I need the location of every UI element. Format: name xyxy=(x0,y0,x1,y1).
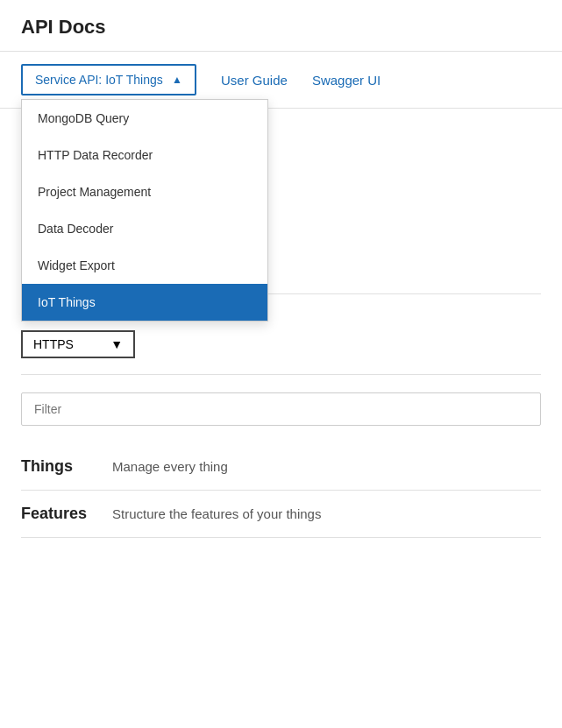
features-section-desc: Structure the features of your things xyxy=(112,506,321,521)
dropdown-item-mongodb-query[interactable]: MongoDB Query xyxy=(22,100,267,137)
page-title: API Docs xyxy=(21,16,541,39)
schemes-select-button[interactable]: HTTPS ▼ xyxy=(21,330,135,358)
user-guide-link[interactable]: User Guide xyxy=(221,73,288,88)
dropdown-item-project-management[interactable]: Project Management xyxy=(22,173,267,210)
dropdown-item-http-data-recorder[interactable]: HTTP Data Recorder xyxy=(22,137,267,173)
service-api-dropdown-button[interactable]: Service API: IoT Things ▲ xyxy=(21,64,196,95)
filter-section xyxy=(21,392,541,426)
things-section-row: Things Manage every thing xyxy=(21,443,541,491)
swagger-ui-link[interactable]: Swagger UI xyxy=(312,73,381,88)
nav-bar: Service API: IoT Things ▲ User Guide Swa… xyxy=(0,52,562,109)
dropdown-item-iot-things[interactable]: IoT Things xyxy=(22,284,267,321)
chevron-up-icon: ▲ xyxy=(172,74,182,86)
things-section-name: Things xyxy=(21,457,100,476)
features-section-row: Features Structure the features of your … xyxy=(21,491,541,538)
filter-input[interactable] xyxy=(21,392,541,426)
page-header: API Docs xyxy=(0,0,562,52)
features-section-name: Features xyxy=(21,505,100,523)
chevron-down-icon: ▼ xyxy=(110,337,123,351)
dropdown-item-data-decoder[interactable]: Data Decoder xyxy=(22,210,267,247)
dropdown-menu: MongoDB Query HTTP Data Recorder Project… xyxy=(21,99,268,322)
divider-2 xyxy=(21,374,541,375)
dropdown-item-widget-export[interactable]: Widget Export xyxy=(22,247,267,284)
dropdown-selected-label: Service API: IoT Things xyxy=(35,73,163,87)
things-section-desc: Manage every thing xyxy=(112,459,228,474)
schemes-selected-value: HTTPS xyxy=(33,337,74,351)
